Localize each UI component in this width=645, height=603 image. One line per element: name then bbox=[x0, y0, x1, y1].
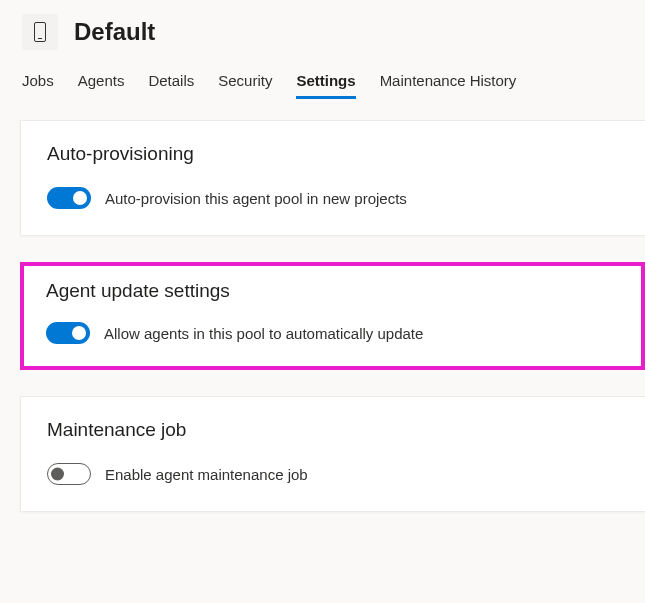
tab-settings[interactable]: Settings bbox=[296, 66, 355, 99]
pool-icon-container bbox=[22, 14, 58, 50]
settings-content: Auto-provisioning Auto-provision this ag… bbox=[0, 100, 645, 558]
tab-agents[interactable]: Agents bbox=[78, 66, 125, 99]
toggle-knob bbox=[73, 191, 87, 205]
auto-provisioning-toggle[interactable] bbox=[47, 187, 91, 209]
agent-update-row: Allow agents in this pool to automatical… bbox=[46, 322, 619, 344]
agent-update-toggle[interactable] bbox=[46, 322, 90, 344]
toggle-knob bbox=[51, 468, 64, 481]
tab-bar: Jobs Agents Details Security Settings Ma… bbox=[0, 58, 645, 100]
maintenance-job-toggle[interactable] bbox=[47, 463, 91, 485]
tab-details[interactable]: Details bbox=[148, 66, 194, 99]
toggle-knob bbox=[72, 326, 86, 340]
tab-jobs[interactable]: Jobs bbox=[22, 66, 54, 99]
device-icon bbox=[34, 22, 46, 42]
agent-update-label: Allow agents in this pool to automatical… bbox=[104, 325, 423, 342]
agent-update-title: Agent update settings bbox=[46, 280, 619, 302]
maintenance-job-title: Maintenance job bbox=[47, 419, 619, 441]
auto-provisioning-card: Auto-provisioning Auto-provision this ag… bbox=[20, 120, 645, 236]
auto-provisioning-label: Auto-provision this agent pool in new pr… bbox=[105, 190, 407, 207]
page-title: Default bbox=[74, 18, 155, 46]
maintenance-job-row: Enable agent maintenance job bbox=[47, 463, 619, 485]
auto-provisioning-row: Auto-provision this agent pool in new pr… bbox=[47, 187, 619, 209]
page-header: Default bbox=[0, 0, 645, 58]
maintenance-job-card: Maintenance job Enable agent maintenance… bbox=[20, 396, 645, 512]
auto-provisioning-title: Auto-provisioning bbox=[47, 143, 619, 165]
maintenance-job-label: Enable agent maintenance job bbox=[105, 466, 308, 483]
tab-security[interactable]: Security bbox=[218, 66, 272, 99]
agent-update-card: Agent update settings Allow agents in th… bbox=[20, 262, 645, 370]
tab-maintenance-history[interactable]: Maintenance History bbox=[380, 66, 517, 99]
